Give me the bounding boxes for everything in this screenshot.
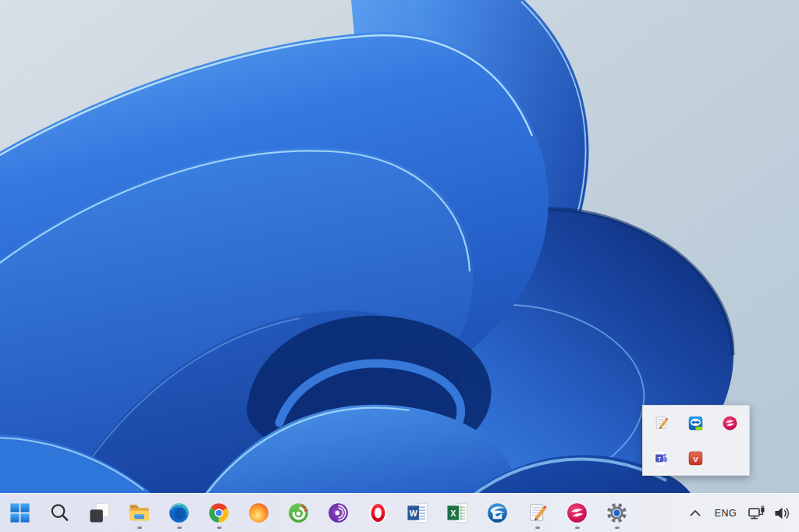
firefox-icon	[247, 502, 270, 524]
settings-icon	[605, 502, 628, 524]
running-indicator	[575, 527, 580, 529]
notes-icon	[526, 502, 549, 524]
volume-icon	[772, 503, 793, 523]
chevron-up-icon	[685, 503, 705, 523]
system-tray: ENG	[682, 494, 799, 532]
taskbar-item-search[interactable]	[43, 496, 77, 530]
tray-icon-notes[interactable]	[648, 410, 674, 437]
taskbar-item-coccoc[interactable]	[282, 496, 316, 530]
taskbar-item-settings[interactable]	[600, 496, 634, 530]
excel-icon	[446, 502, 469, 524]
language-label: ENG	[715, 508, 737, 519]
taskbar-item-opera[interactable]	[361, 496, 396, 530]
thunderbird-icon	[486, 502, 509, 524]
show-hidden-icons-button[interactable]	[682, 496, 708, 530]
tor-browser-icon	[327, 502, 350, 524]
file-explorer-icon	[128, 502, 151, 524]
taskbar-item-firefox[interactable]	[242, 496, 276, 530]
running-indicator	[217, 527, 222, 529]
taskbar-items	[0, 494, 637, 532]
tray-overflow-flyout	[642, 405, 750, 476]
running-indicator	[615, 527, 620, 529]
taskbar-item-notes[interactable]	[520, 496, 555, 530]
word-icon	[407, 502, 429, 524]
taskbar-item-chrome[interactable]	[202, 496, 236, 530]
v-app-icon	[687, 450, 704, 466]
start-icon	[9, 502, 31, 524]
language-indicator[interactable]: ENG	[708, 496, 743, 530]
tray-icon-v-app[interactable]	[682, 445, 708, 472]
network-button[interactable]	[743, 496, 771, 530]
tray-icon-microsoft-teams[interactable]	[648, 445, 674, 472]
taskbar-item-word[interactable]	[401, 496, 435, 530]
taskbar: ENG	[0, 493, 799, 532]
taskbar-item-edge[interactable]	[162, 496, 197, 530]
taskbar-item-task-view[interactable]	[83, 496, 117, 530]
notes-icon	[653, 415, 669, 431]
teamviewer-icon	[687, 415, 704, 431]
taskbar-item-excel[interactable]	[441, 496, 475, 530]
edge-icon	[168, 502, 190, 524]
opera-icon	[367, 502, 389, 524]
chrome-icon	[208, 502, 230, 524]
taskbar-item-snagit[interactable]	[560, 496, 595, 530]
tray-icon-snagit[interactable]	[716, 410, 743, 437]
snagit-icon	[566, 502, 588, 524]
coccoc-icon	[287, 502, 310, 524]
taskbar-item-file-explorer[interactable]	[123, 496, 157, 530]
taskbar-item-thunderbird[interactable]	[481, 496, 515, 530]
running-indicator	[137, 527, 142, 529]
search-icon	[48, 502, 71, 524]
volume-button[interactable]	[771, 496, 794, 530]
microsoft-teams-icon	[653, 450, 669, 466]
tray-icon-teamviewer[interactable]	[682, 410, 708, 437]
running-indicator	[535, 527, 540, 529]
taskbar-item-start[interactable]	[3, 496, 37, 530]
running-indicator	[177, 527, 182, 529]
desktop[interactable]: W X	[0, 0, 799, 532]
wired-network-icon	[747, 503, 767, 523]
snagit-icon	[722, 415, 738, 431]
task-view-icon	[88, 502, 111, 524]
taskbar-item-tor-browser[interactable]	[321, 496, 356, 530]
